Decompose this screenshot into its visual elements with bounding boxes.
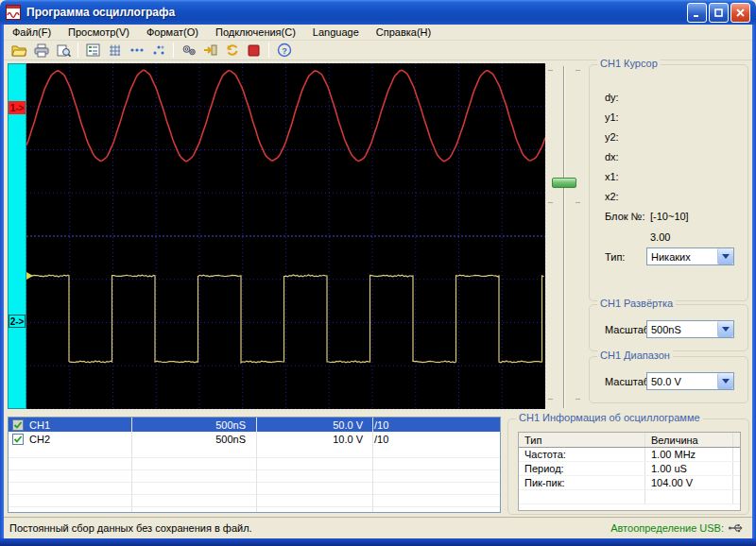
toolbar-separator (268, 43, 269, 58)
stop-button[interactable] (243, 42, 265, 60)
slider-track[interactable] (563, 66, 565, 408)
block-number-value: 3.00 (650, 231, 670, 243)
info-row-period: Период: 1.00 uS (519, 462, 740, 476)
slider-tick (576, 70, 580, 71)
sweep-scale-select[interactable]: 500nS (646, 320, 734, 338)
menu-language[interactable]: Language (304, 26, 368, 39)
usb-autodetect-label: Автоопределение USB: (610, 522, 724, 534)
info-col-spacer (733, 433, 740, 447)
title-bar: Программа осциллографа (0, 0, 756, 25)
app-icon (6, 5, 21, 20)
menu-connections[interactable]: Подключения(C) (207, 26, 304, 39)
marker-strip: 1-> 2-> (8, 63, 26, 409)
toolbar-separator (77, 43, 78, 58)
window-title: Программа осциллографа (26, 6, 685, 19)
scatter-dots-icon (152, 44, 165, 56)
ch1-checkbox[interactable] (12, 419, 24, 431)
sweep-scale-dropdown-button[interactable] (717, 321, 733, 337)
menu-help[interactable]: Справка(H) (368, 26, 439, 39)
print-preview-button[interactable] (52, 42, 74, 60)
channel-sweep: 500nS (126, 419, 251, 431)
print-button[interactable] (30, 42, 52, 60)
horizontal-dots-icon (129, 46, 145, 54)
maximize-button[interactable] (709, 3, 729, 23)
y2-label: y2: (605, 131, 619, 143)
toolbar-separator (173, 43, 174, 58)
info-panel-title: CH1 Информация об осциллограмме (516, 412, 703, 423)
info-value (645, 490, 733, 503)
oscilloscope-display[interactable] (26, 63, 545, 409)
channel-range: 50.0 V (251, 419, 369, 431)
range-panel-title: CH1 Диапазон (597, 350, 673, 361)
column-divider (131, 418, 132, 512)
cursor-type-select[interactable]: Никаких (646, 247, 734, 265)
slider-tick (548, 202, 553, 203)
chevron-down-icon (722, 327, 730, 332)
close-button[interactable] (730, 3, 750, 23)
menu-format[interactable]: Формат(O) (138, 26, 207, 39)
x1-label: x1: (605, 171, 619, 182)
minimize-button[interactable] (687, 3, 707, 23)
range-scale-value: 50.0 V (647, 376, 717, 387)
channel-sweep: 500nS (126, 434, 251, 445)
channel2-level-marker[interactable]: 2-> (9, 315, 26, 328)
scatter-dots-button[interactable] (147, 42, 169, 60)
info-col-spacer (733, 448, 740, 461)
help-button[interactable]: ? (273, 42, 295, 60)
grid-settings-icon (108, 43, 122, 57)
slider-tick (548, 399, 553, 400)
table-row-ch1[interactable]: CH1 500nS 50.0 V /10 (9, 418, 500, 432)
chevron-down-icon (722, 379, 730, 384)
help-icon: ? (277, 43, 292, 58)
offset-slider-column (545, 60, 589, 416)
open-file-button[interactable] (9, 42, 30, 60)
refresh-button[interactable] (221, 42, 243, 60)
menu-file[interactable]: Файл(F) (4, 26, 60, 39)
sweep-panel-title: CH1 Развёртка (597, 298, 676, 309)
info-value: 1.00 MHz (645, 448, 733, 461)
channel-probe: /10 (369, 434, 500, 445)
info-panel: CH1 Информация об осциллограмме Тип Вели… (507, 418, 749, 515)
slider-tick (576, 202, 580, 203)
print-preview-icon (56, 43, 71, 58)
status-message: Постоянный сбор данных без сохранения в … (4, 522, 610, 534)
cursor-type-value: Никаких (647, 251, 717, 263)
app-window: Программа осциллографа Файл(F) Просмотр(… (0, 0, 756, 546)
grid-settings-button[interactable] (104, 42, 126, 60)
print-icon (34, 43, 49, 58)
channel-list-button[interactable] (82, 42, 104, 60)
slider-thumb[interactable] (552, 178, 576, 188)
info-type (519, 490, 645, 503)
table-row-ch2[interactable]: CH2 500nS 10.0 V /10 (9, 432, 500, 446)
menu-view[interactable]: Просмотр(V) (60, 26, 138, 39)
info-col-type: Тип (519, 433, 645, 447)
info-value: 1.00 uS (645, 462, 733, 475)
import-data-button[interactable] (199, 42, 221, 60)
menu-bar: Файл(F) Просмотр(V) Формат(O) Подключени… (4, 25, 752, 41)
info-table-header: Тип Величина (519, 433, 740, 448)
dy-label: dy: (605, 92, 619, 103)
status-bar: Постоянный сбор данных без сохранения в … (4, 517, 752, 538)
info-col-spacer (733, 476, 740, 489)
channel-range: 10.0 V (251, 434, 369, 445)
window-border-left (0, 25, 4, 540)
cursor-panel: CH1 Курсор dy: y1: y2: dx: x1: x2: Блок … (589, 64, 748, 301)
info-row-frequency: Частота: 1.00 MHz (519, 448, 740, 462)
window-border-right (752, 25, 756, 540)
info-row-empty (519, 490, 740, 504)
cursor-type-dropdown-button[interactable] (717, 248, 733, 264)
ch2-checkbox[interactable] (12, 434, 24, 445)
stop-icon (248, 44, 260, 57)
horizontal-dots-button[interactable] (126, 42, 147, 60)
info-type: Частота: (519, 448, 645, 461)
usb-icon (728, 522, 745, 534)
sweep-scale-value: 500nS (647, 324, 717, 335)
cursor-panel-title: CH1 Курсор (597, 58, 661, 69)
range-scale-dropdown-button[interactable] (717, 373, 733, 389)
info-table: Тип Величина Частота: 1.00 MHz Период: 1… (518, 432, 741, 511)
info-row-peak: Пик-пик: 104.00 V (519, 476, 740, 490)
range-scale-select[interactable]: 50.0 V (646, 372, 734, 390)
settings-gears-button[interactable] (178, 42, 199, 60)
channel1-level-marker[interactable]: 1-> (9, 101, 26, 114)
dx-label: dx: (605, 151, 619, 162)
